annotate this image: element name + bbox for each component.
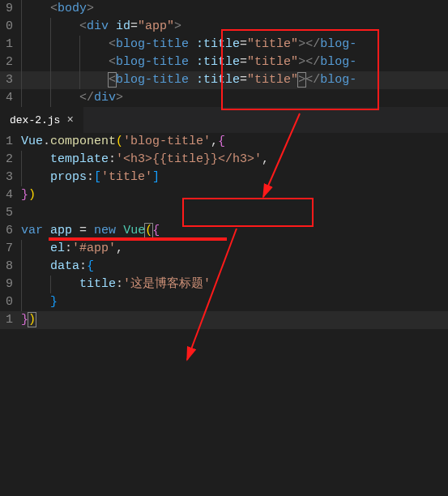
code-content[interactable]: }): [21, 186, 448, 204]
bottom-editor-pane: 1Vue.component('blog-title',{2 template:…: [0, 133, 448, 329]
line-number: 2: [0, 151, 21, 169]
code-content[interactable]: data:{: [21, 258, 448, 276]
code-content[interactable]: title:'这是博客标题': [21, 276, 448, 293]
code-line[interactable]: 0 }: [0, 293, 448, 311]
tab-bar: dex-2.js ×: [0, 107, 448, 133]
code-line[interactable]: 3 props:['title']: [0, 169, 448, 186]
line-number: 4: [0, 186, 21, 204]
code-line[interactable]: 8 data:{: [0, 258, 448, 276]
code-line[interactable]: 6var app = new Vue({: [0, 222, 448, 240]
code-content[interactable]: Vue.component('blog-title',{: [21, 133, 448, 151]
line-number: 8: [0, 258, 21, 276]
code-line[interactable]: 9 <body>: [0, 0, 448, 18]
code-content[interactable]: el:'#app',: [21, 240, 448, 258]
line-number: 9: [0, 276, 21, 293]
line-number: 0: [0, 18, 21, 36]
line-number: 5: [0, 204, 21, 222]
code-content[interactable]: [21, 204, 448, 222]
code-content[interactable]: var app = new Vue({: [21, 222, 448, 240]
code-line[interactable]: 2 <blog-title :title="title"></blog-: [0, 53, 448, 71]
line-number: 1: [0, 133, 21, 151]
tab-label: dex-2.js: [10, 114, 60, 126]
line-number: 1: [0, 311, 21, 329]
code-line[interactable]: 1}): [0, 311, 448, 329]
code-line[interactable]: 0 <div id="app">: [0, 18, 448, 36]
code-content[interactable]: <div id="app">: [21, 18, 448, 36]
code-line[interactable]: 3 <blog-title :title="title"></blog-: [0, 71, 448, 89]
line-number: 4: [0, 89, 21, 107]
line-number: 2: [0, 53, 21, 71]
code-line[interactable]: 4 </div>: [0, 89, 448, 107]
code-content[interactable]: </div>: [21, 89, 448, 107]
code-content[interactable]: <blog-title :title="title"></blog-: [21, 36, 448, 53]
line-number: 9: [0, 0, 21, 18]
code-content[interactable]: <blog-title :title="title"></blog-: [21, 71, 448, 89]
code-line[interactable]: 2 template:'<h3>{{title}}</h3>',: [0, 151, 448, 169]
line-number: 0: [0, 293, 21, 311]
code-content[interactable]: <blog-title :title="title"></blog-: [21, 53, 448, 71]
line-number: 3: [0, 71, 21, 89]
line-number: 1: [0, 36, 21, 53]
code-content[interactable]: }): [21, 311, 448, 329]
line-number: 6: [0, 222, 21, 240]
line-number: 3: [0, 169, 21, 186]
code-content[interactable]: <body>: [21, 0, 448, 18]
code-content[interactable]: }: [21, 293, 448, 311]
code-line[interactable]: 4}): [0, 186, 448, 204]
code-line[interactable]: 9 title:'这是博客标题': [0, 276, 448, 293]
code-content[interactable]: template:'<h3>{{title}}</h3>',: [21, 151, 448, 169]
line-number: 7: [0, 240, 21, 258]
code-content[interactable]: props:['title']: [21, 169, 448, 186]
close-icon[interactable]: ×: [66, 113, 73, 126]
code-line[interactable]: 7 el:'#app',: [0, 240, 448, 258]
code-line[interactable]: 1Vue.component('blog-title',{: [0, 133, 448, 151]
top-editor-pane: 9 <body>0 <div id="app">1 <blog-title :t…: [0, 0, 448, 107]
code-line[interactable]: 5: [0, 204, 448, 222]
file-tab[interactable]: dex-2.js ×: [0, 107, 83, 133]
code-line[interactable]: 1 <blog-title :title="title"></blog-: [0, 36, 448, 53]
